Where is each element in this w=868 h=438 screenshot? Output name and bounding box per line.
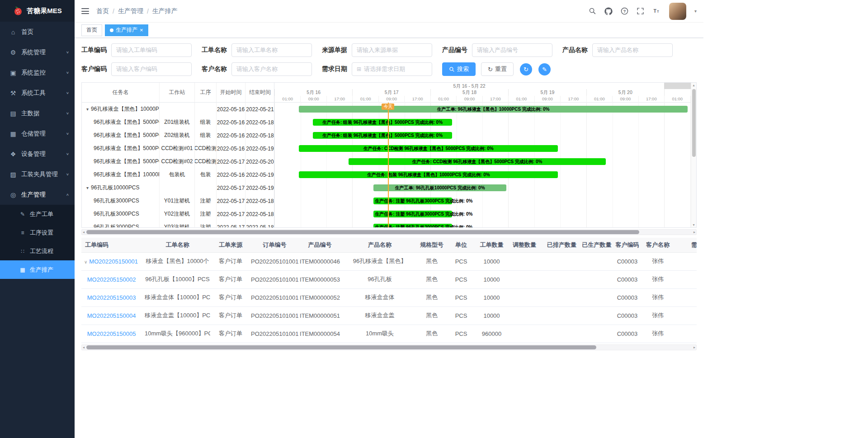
- app-logo[interactable]: 苦糖果MES: [0, 0, 75, 22]
- gantt-task-bar[interactable]: 生产任务: 注塑 96孔孔板3000PCS 完成比例: 0%: [373, 224, 452, 227]
- triangle-down-icon[interactable]: ▾: [86, 185, 89, 190]
- customer-name-input[interactable]: 请输入客户名称: [231, 62, 312, 76]
- customer-code-placeholder: 请输入客户编码: [116, 65, 157, 73]
- order-code-link[interactable]: MO202205150005: [87, 330, 136, 337]
- gantt-task-bar[interactable]: 生产任务: 注塑 96孔孔板3000PCS 完成比例: 0%: [373, 211, 452, 217]
- due-date-cell: 202: [674, 252, 697, 270]
- sidebar-item-label: 工装夹具管理: [21, 170, 58, 179]
- sidebar-item-process-setting[interactable]: ≡工序设置: [0, 223, 75, 242]
- gantt-order-bar[interactable]: 生产工单: 96孔移液盒【黑色】10000PCS 完成比例: 0%: [299, 106, 687, 113]
- triangle-down-icon[interactable]: ▾: [86, 107, 89, 112]
- gantt-hscroll-thumb[interactable]: [86, 230, 639, 234]
- gantt-task-bar[interactable]: 生产任务: 组装 96孔移液盒【黑色】5000PCS 完成比例: 0%: [313, 119, 453, 126]
- scroll-left-icon[interactable]: ◂: [83, 230, 85, 235]
- sidebar-item-fixture-mgmt[interactable]: ▨工装夹具管理∨: [0, 164, 75, 184]
- sidebar-item-production-mgmt[interactable]: ◎生产管理∧: [0, 184, 75, 205]
- customer-name-cell: 张伟: [642, 306, 674, 325]
- order-row[interactable]: MO202205150004移液盒盒盖【10000】PCS客户订单PO20220…: [81, 306, 697, 325]
- search-button[interactable]: 搜索: [442, 62, 476, 76]
- gantt-task-row[interactable]: 96孔移液盒【黑色】5000PCSCCD检测#01CCD检测2022-05-16…: [82, 142, 274, 155]
- breadcrumb-item[interactable]: 生产排产: [152, 7, 178, 15]
- breadcrumb-item[interactable]: 生产管理: [118, 7, 143, 15]
- sidebar-item-system-mgmt[interactable]: ⚙系统管理∨: [0, 42, 75, 62]
- work-order-name-input[interactable]: 请输入工单名称: [231, 43, 312, 57]
- scroll-right-icon[interactable]: ▸: [693, 230, 695, 235]
- gantt-task-row[interactable]: 96孔移液盒【黑色】10000PCS包装机包装2022-05-162022-05…: [82, 168, 274, 181]
- gantt-task-row[interactable]: 96孔移液盒【黑色】5000PCSCCD检测#02CCD检测2022-05-17…: [82, 155, 274, 168]
- sidebar-item-warehouse-mgmt[interactable]: ▦仓储管理∨: [0, 123, 75, 144]
- task-name-cell: 96孔孔板3000PCS: [82, 221, 160, 227]
- sidebar-item-home[interactable]: ⌂首页: [0, 22, 75, 42]
- gantt-vertical-scrollbar[interactable]: ▴ ▾: [691, 83, 696, 227]
- sidebar-item-production-order[interactable]: ✎生产工单: [0, 205, 75, 223]
- sidebar-item-process-flow[interactable]: ∷工艺流程: [0, 242, 75, 260]
- end-time-cell: 2022-05-21: [245, 103, 274, 116]
- orders-col-header: 规格型号: [418, 238, 445, 252]
- sidebar-item-system-monitor[interactable]: ▣系统监控∨: [0, 62, 75, 83]
- gantt-task-bar[interactable]: 生产任务: 包装 96孔移液盒【黑色】10000PCS 完成比例: 0%: [299, 171, 558, 178]
- help-icon[interactable]: ?: [621, 7, 628, 15]
- row-expand-chevron-icon[interactable]: ∨: [84, 259, 87, 264]
- gantt-task-bar[interactable]: 生产任务: 注塑 96孔孔板3000PCS 完成比例: 0%: [373, 198, 452, 204]
- edit-circle-button[interactable]: ✎: [538, 63, 551, 75]
- hamburger-icon[interactable]: [81, 8, 89, 14]
- gantt-task-bar[interactable]: 生产任务: 组装 96孔移液盒【黑色】5000PCS 完成比例: 0%: [313, 132, 453, 139]
- product-code-input[interactable]: 请输入产品编号: [472, 43, 552, 57]
- gantt-hour-label: 17:00: [404, 96, 430, 103]
- order-code-link[interactable]: MO202205150001: [89, 258, 138, 265]
- gantt-task-row[interactable]: 96孔移液盒【黑色】5000PCSZ02组装机组装2022-05-162022-…: [82, 129, 274, 142]
- gantt-horizontal-scrollbar[interactable]: ◂ ▸: [81, 229, 697, 235]
- avatar[interactable]: [669, 3, 686, 20]
- avatar-caret-down-icon[interactable]: ▾: [694, 9, 697, 14]
- order-code-link[interactable]: MO202205150004: [87, 312, 136, 319]
- search-icon[interactable]: [589, 7, 596, 15]
- gantt-order-bar[interactable]: 生产工单: 96孔孔板10000PCS 完成比例: 0%: [373, 184, 506, 191]
- sidebar-item-production-schedule[interactable]: ▦生产排产: [0, 260, 75, 279]
- reset-button[interactable]: ↻重置: [481, 62, 514, 76]
- sidebar-item-system-tools[interactable]: ⚒系统工具∨: [0, 83, 75, 103]
- qty-cell: 960000: [477, 325, 506, 343]
- tab-首页[interactable]: 首页: [81, 24, 102, 36]
- product-name-input[interactable]: 请输入产品名称: [592, 43, 673, 57]
- due-date-input[interactable]: ⊞请选择需求日期: [352, 62, 432, 76]
- order-row[interactable]: MO20220515000510mm吸头【960000】PCS客户订单PO202…: [81, 325, 697, 343]
- gantt-bar-label: 生产任务: 组装 96孔移液盒【黑色】5000PCS 完成比例: 0%: [322, 132, 443, 139]
- tab-close-icon[interactable]: ×: [140, 27, 143, 33]
- gantt-task-bar[interactable]: 生产任务: CCD检测 96孔移液盒【黑色】5000PCS 完成比例: 0%: [349, 158, 606, 165]
- orders-horizontal-scrollbar[interactable]: ◂ ▸: [81, 344, 697, 350]
- sidebar: 苦糖果MES ⌂首页⚙系统管理∨▣系统监控∨⚒系统工具∨▤主数据∨▦仓储管理∨❖…: [0, 0, 75, 438]
- scroll-right-icon[interactable]: ▸: [693, 345, 695, 350]
- refresh-circle-button[interactable]: ↻: [520, 63, 532, 75]
- qty-cell: 10000: [477, 270, 506, 288]
- github-icon[interactable]: [604, 7, 613, 15]
- source-doc-input[interactable]: 请输入来源单据: [352, 43, 432, 57]
- gantt-task-row[interactable]: 96孔移液盒【黑色】5000PCSZ01组装机组装2022-05-162022-…: [82, 116, 274, 129]
- gantt-task-row[interactable]: 96孔孔板3000PCSY03注塑机注塑2022-05-172022-05-18: [82, 221, 274, 227]
- sidebar-item-equipment-mgmt[interactable]: ❖设备管理∨: [0, 144, 75, 164]
- order-row[interactable]: ∨MO202205150001移液盒【黑色】10000个客户订单PO202205…: [81, 252, 697, 270]
- order-row[interactable]: MO20220515000296孔孔板【10000】PCS客户订单PO20220…: [81, 270, 697, 288]
- tab-生产排产[interactable]: 生产排产×: [105, 24, 148, 36]
- orders-hscroll-thumb[interactable]: [86, 345, 596, 349]
- order-code-link[interactable]: MO202205150003: [87, 294, 136, 301]
- gantt-task-row[interactable]: 96孔孔板3000PCSY02注塑机注塑2022-05-172022-05-18: [82, 207, 274, 221]
- sidebar-item-master-data[interactable]: ▤主数据∨: [0, 103, 75, 123]
- order-no-cell: PO202205101001: [251, 252, 298, 270]
- order-row[interactable]: MO202205150003移液盒盒体【10000】PCS客户订单PO20220…: [81, 288, 697, 306]
- order-code-link[interactable]: MO202205150002: [87, 276, 136, 283]
- process-cell: 注塑: [195, 207, 217, 221]
- gantt-task-bar[interactable]: 生产任务: CCD检测 96孔移液盒【黑色】5000PCS 完成比例: 0%: [299, 145, 558, 152]
- scroll-up-icon[interactable]: ▴: [691, 83, 696, 87]
- breadcrumb-item[interactable]: 首页: [96, 7, 109, 15]
- top-navbar: 首页/生产管理/生产排产 ? TT ▾: [75, 0, 703, 23]
- fullscreen-icon[interactable]: [637, 7, 644, 15]
- font-size-icon[interactable]: TT: [652, 7, 661, 15]
- work-order-code-input[interactable]: 请输入工单编码: [111, 43, 192, 57]
- customer-code-input[interactable]: 请输入客户编码: [111, 62, 192, 76]
- gantt-task-row[interactable]: 96孔孔板3000PCSY01注塑机注塑2022-05-172022-05-18: [82, 194, 274, 207]
- scroll-down-icon[interactable]: ▾: [691, 223, 696, 227]
- vertical-scroll-thumb[interactable]: [692, 89, 696, 157]
- gantt-task-row[interactable]: ▾96孔移液盒【黑色】10000PCS2022-05-162022-05-21: [82, 103, 274, 116]
- gantt-task-row[interactable]: ▾96孔孔板10000PCS2022-05-172022-05-19: [82, 181, 274, 194]
- scroll-left-icon[interactable]: ◂: [83, 345, 85, 350]
